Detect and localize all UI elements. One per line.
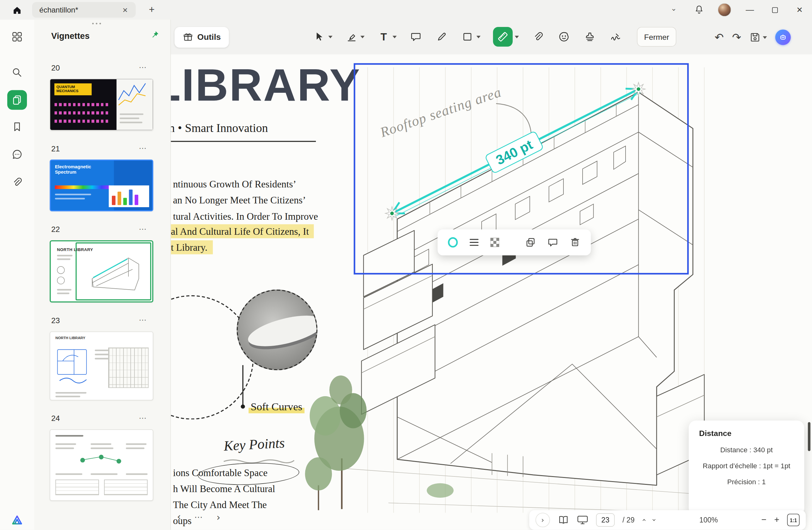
precision-value: Précision : 1 bbox=[696, 478, 797, 486]
mini-chart bbox=[109, 186, 149, 207]
thumbnail-row: 24 ⋯ bbox=[52, 413, 147, 423]
left-sidebar bbox=[0, 20, 34, 530]
vertical-scrollbar[interactable] bbox=[808, 422, 810, 451]
thumbnail-more-icon[interactable]: ⋯ bbox=[139, 63, 147, 72]
user-avatar[interactable] bbox=[718, 3, 731, 17]
chevron-down-icon[interactable] bbox=[476, 35, 480, 38]
pen-icon bbox=[436, 31, 447, 42]
thumbnail-more-icon[interactable]: ⋯ bbox=[139, 315, 147, 325]
panel-drag-handle[interactable] bbox=[92, 23, 101, 25]
maximize-button[interactable] bbox=[768, 4, 781, 16]
pin-icon bbox=[150, 30, 160, 40]
more-pages-icon[interactable]: ⋯ bbox=[194, 512, 203, 522]
redo-button[interactable]: ↷ bbox=[732, 31, 741, 44]
chevron-down-icon[interactable] bbox=[393, 35, 397, 38]
duplicate-icon[interactable] bbox=[525, 237, 536, 248]
page-subtitle: n • Smart Innovation bbox=[171, 121, 268, 135]
comments-button[interactable] bbox=[7, 144, 27, 164]
ai-assistant-button[interactable] bbox=[775, 29, 791, 45]
home-button[interactable] bbox=[10, 4, 24, 17]
apps-grid-button[interactable] bbox=[7, 27, 27, 47]
close-tool-button[interactable]: Fermer bbox=[637, 27, 676, 47]
sticker-smiley-icon bbox=[558, 31, 569, 42]
thumbnail-page-23[interactable]: NORTH LIBRARY bbox=[50, 332, 153, 401]
attach-tool[interactable] bbox=[531, 30, 545, 44]
page-number-input[interactable] bbox=[596, 513, 614, 527]
zoom-in-button[interactable]: + bbox=[774, 515, 779, 525]
previous-page-button[interactable]: › bbox=[640, 518, 648, 521]
bookmark-icon bbox=[11, 121, 23, 132]
signature-tool[interactable] bbox=[609, 30, 622, 44]
app-logo[interactable] bbox=[7, 510, 27, 530]
paperclip-icon bbox=[11, 176, 23, 188]
thumbnail-row: 23 ⋯ bbox=[52, 315, 147, 325]
paperclip-icon bbox=[533, 31, 544, 42]
presentation-mode-icon[interactable] bbox=[577, 515, 588, 525]
thumbnail-page-24[interactable] bbox=[50, 429, 153, 501]
chevron-down-icon[interactable] bbox=[329, 35, 333, 38]
highlight-tool[interactable] bbox=[345, 30, 365, 44]
thumb-21-title: Electromagnetic Spectrum bbox=[55, 164, 99, 175]
zoom-out-button[interactable]: − bbox=[761, 515, 766, 525]
previous-page-arrow[interactable]: › bbox=[177, 513, 181, 522]
thumbnail-page-number: 21 bbox=[52, 144, 60, 153]
color-swatch-button[interactable] bbox=[448, 237, 458, 248]
minimize-button[interactable]: — bbox=[744, 4, 756, 16]
chevron-down-icon[interactable] bbox=[360, 35, 364, 38]
chevron-down-icon[interactable] bbox=[763, 36, 767, 39]
search-button[interactable] bbox=[7, 63, 27, 83]
square-icon bbox=[462, 31, 473, 42]
pen-tool[interactable] bbox=[435, 30, 448, 44]
thumbnail-more-icon[interactable]: ⋯ bbox=[139, 413, 147, 423]
close-window-button[interactable]: ✕ bbox=[794, 4, 806, 16]
new-tab-button[interactable]: + bbox=[145, 3, 159, 17]
mini-chart bbox=[117, 79, 148, 110]
measure-tool-active[interactable] bbox=[493, 27, 519, 47]
document-tab[interactable]: échantillon* ✕ bbox=[32, 2, 135, 18]
undo-button[interactable]: ↶ bbox=[714, 31, 724, 44]
search-icon bbox=[11, 67, 23, 78]
thumbnail-page-number: 24 bbox=[52, 413, 60, 422]
stamp-tool[interactable] bbox=[583, 30, 597, 44]
body-line: an No Longer Meet The Citizens’ bbox=[173, 195, 306, 206]
signature-icon bbox=[610, 31, 622, 42]
attachments-button[interactable] bbox=[7, 172, 27, 192]
collapse-toolbar-button[interactable]: › bbox=[668, 4, 681, 16]
thumbnail-page-21[interactable]: Electromagnetic Spectrum bbox=[50, 159, 153, 211]
properties-lines-icon[interactable] bbox=[469, 237, 479, 248]
next-page-arrow[interactable]: › bbox=[217, 513, 220, 522]
distance-panel-title: Distance bbox=[696, 429, 797, 438]
pin-panel-button[interactable] bbox=[150, 30, 160, 41]
reading-mode-icon[interactable] bbox=[558, 515, 569, 525]
logo-icon bbox=[10, 513, 24, 527]
expand-panel-button[interactable]: › bbox=[536, 513, 550, 527]
close-tool-label: Fermer bbox=[644, 32, 669, 41]
shape-tool[interactable] bbox=[461, 30, 481, 44]
body-line: The City And Meet The bbox=[173, 499, 267, 511]
thumbnail-more-icon[interactable]: ⋯ bbox=[139, 224, 147, 233]
thumbnails-panel-button[interactable] bbox=[7, 90, 27, 110]
thumbnail-page-22-current[interactable]: NORTH LIBRARY bbox=[50, 240, 153, 302]
comment-icon[interactable] bbox=[548, 237, 559, 248]
select-tool[interactable] bbox=[313, 30, 333, 44]
tab-title: échantillon* bbox=[40, 6, 78, 14]
next-page-button[interactable]: › bbox=[651, 518, 658, 521]
thumbnails-panel: Vignettes 20 ⋯ QUANTUM MECHANICS bbox=[34, 20, 171, 530]
thumbnail-page-20[interactable]: QUANTUM MECHANICS bbox=[50, 79, 153, 130]
sticker-tool[interactable] bbox=[557, 30, 571, 44]
page-nav-mini: › ⋯ › bbox=[177, 512, 220, 522]
distance-value: Distance : 340 pt bbox=[696, 446, 797, 454]
notifications-button[interactable] bbox=[693, 4, 706, 16]
tools-button[interactable]: Outils bbox=[175, 27, 229, 48]
text-tool[interactable]: T bbox=[377, 30, 397, 44]
trash-icon[interactable] bbox=[570, 237, 581, 248]
tab-close-icon[interactable]: ✕ bbox=[120, 5, 131, 15]
chevron-down-icon[interactable] bbox=[515, 35, 519, 38]
app-window: échantillon* ✕ + › — ✕ bbox=[0, 0, 812, 530]
fit-page-button[interactable]: 1:1 bbox=[787, 514, 800, 526]
save-button[interactable] bbox=[749, 32, 767, 43]
opacity-checker-icon[interactable] bbox=[491, 238, 499, 247]
thumbnail-more-icon[interactable]: ⋯ bbox=[139, 144, 147, 153]
bookmarks-button[interactable] bbox=[7, 117, 27, 137]
comment-tool[interactable] bbox=[409, 30, 422, 44]
